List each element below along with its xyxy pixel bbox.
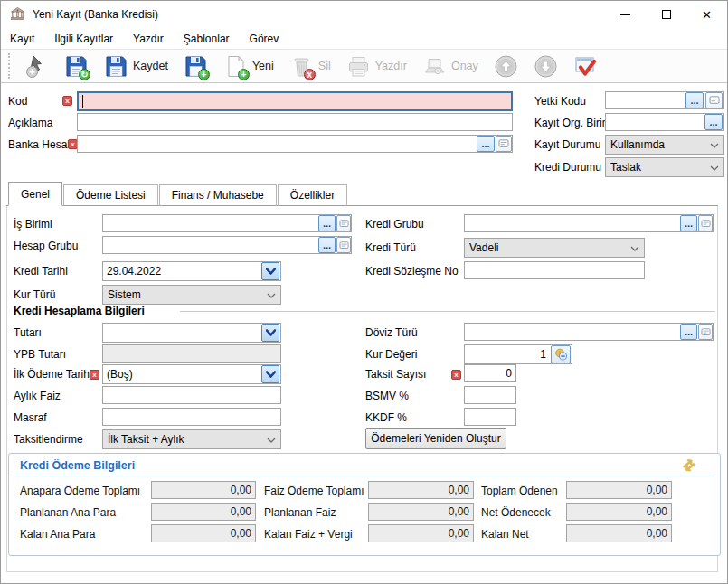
arrow-up-circle-icon xyxy=(494,54,518,79)
doviz-turu-lookup-button[interactable] xyxy=(698,324,713,340)
banka-hesabi-lookup-button[interactable] xyxy=(496,136,512,152)
kredi-durumu-select[interactable]: Taslak xyxy=(605,157,724,177)
kredi-durumu-label: Kredi Durumu xyxy=(534,161,601,174)
lookup-icon xyxy=(339,241,349,250)
save-icon xyxy=(104,54,128,79)
is-birimi-lookup-button[interactable] xyxy=(336,215,351,231)
hesap-grubu-lookup-button[interactable] xyxy=(336,237,351,253)
save-refresh-button[interactable]: ↻ xyxy=(60,52,93,80)
ilk-odeme-tarihi-required-icon: x xyxy=(90,370,99,380)
lookup-icon xyxy=(701,328,711,336)
kredi-tarihi-label: Kredi Tarihi xyxy=(14,265,68,278)
printer-icon xyxy=(346,54,371,79)
kalan-net-value xyxy=(566,524,672,542)
trash-icon: x xyxy=(289,54,314,79)
chevron-down-icon xyxy=(267,433,276,446)
rebuild-payments-button[interactable]: Ödemeleri Yeniden Oluştur xyxy=(365,428,506,449)
chevron-down-icon xyxy=(266,329,276,336)
lookup-icon xyxy=(339,220,349,228)
minimize-button[interactable] xyxy=(605,1,646,28)
masraf-label: Masraf xyxy=(14,411,47,424)
menu-gorev[interactable]: Görev xyxy=(250,33,279,45)
banka-hesabi-input[interactable] xyxy=(77,135,513,153)
taksitlendirme-select[interactable]: İlk Taksit + Aylık xyxy=(102,429,281,449)
yetki-kodu-lookup-button[interactable] xyxy=(705,92,723,108)
navigate-next-button[interactable] xyxy=(529,52,563,80)
tab-finans-muhasebe[interactable]: Finans / Muhasebe xyxy=(159,184,277,206)
close-button[interactable]: ✕ xyxy=(686,1,727,28)
toolbar-grip[interactable] xyxy=(8,53,11,79)
is-birimi-browse-button[interactable]: ... xyxy=(318,215,336,231)
net-odenecek-value xyxy=(566,503,672,521)
tutari-dropdown-button[interactable] xyxy=(261,324,279,342)
save-button-label: Kaydet xyxy=(133,60,168,72)
arrow-down-circle-icon xyxy=(534,54,558,79)
taksitlendirme-value: İlk Taksit + Aylık xyxy=(108,433,184,446)
kredi-grubu-label: Kredi Grubu xyxy=(365,218,424,231)
hesaplama-section-title: Kredi Hesaplama Bilgileri xyxy=(14,305,145,317)
hesap-grubu-browse-button[interactable]: ... xyxy=(318,237,336,253)
kredi-grubu-lookup-button[interactable] xyxy=(698,215,713,231)
navigate-previous-button[interactable] xyxy=(489,52,523,80)
ilk-odeme-tarihi-input[interactable] xyxy=(102,364,281,384)
kkdf-label: KKDF % xyxy=(365,411,407,424)
ypb-tutari-label: YPB Tutarı xyxy=(14,348,66,361)
new-document-icon: + xyxy=(223,54,248,79)
kredi-grubu-input[interactable] xyxy=(464,214,714,232)
menu-ilgili-kayitlar[interactable]: İlgili Kayıtlar xyxy=(54,33,113,45)
window-title: Yeni Kayıt (Banka Kredisi) xyxy=(33,8,158,21)
chevron-down-icon xyxy=(267,288,276,301)
menu-kayit[interactable]: Kayıt xyxy=(10,33,34,45)
kredi-turu-label: Kredi Türü xyxy=(365,241,416,254)
tab-genel[interactable]: Genel xyxy=(8,182,62,206)
kur-turu-value: Sistem xyxy=(108,288,141,301)
kredi-sozlesme-no-input[interactable] xyxy=(464,261,645,279)
kredi-turu-select[interactable]: Vadeli xyxy=(464,238,645,258)
text-caret xyxy=(82,95,83,108)
masraf-input[interactable] xyxy=(102,408,281,426)
kayit-org-birimi-browse-button[interactable]: ... xyxy=(704,114,723,130)
save-button[interactable]: Kaydet xyxy=(99,52,173,80)
kredi-grubu-browse-button[interactable]: ... xyxy=(680,215,697,231)
kayit-durumu-select[interactable]: Kullanımda xyxy=(605,135,724,155)
yetki-kodu-browse-button[interactable]: ... xyxy=(685,92,704,108)
kod-input[interactable] xyxy=(77,91,513,111)
maximize-button[interactable] xyxy=(646,1,686,28)
bsmv-label: BSMV % xyxy=(365,390,409,402)
chevron-down-icon xyxy=(266,268,276,275)
menu-yazdir[interactable]: Yazdır xyxy=(133,33,164,45)
is-birimi-label: İş Birimi xyxy=(14,218,52,231)
doviz-turu-input[interactable] xyxy=(464,323,714,341)
tab-odeme-listesi[interactable]: Ödeme Listesi xyxy=(63,184,158,206)
kkdf-input[interactable] xyxy=(464,408,516,426)
kredi-sozlesme-no-label: Kredi Sözleşme No xyxy=(365,265,459,278)
kredi-tarihi-input[interactable] xyxy=(102,261,281,281)
planlanan-faiz-value xyxy=(368,503,474,521)
new-button[interactable]: + Yeni xyxy=(219,52,279,80)
kur-degeri-rate-button[interactable] xyxy=(551,345,571,363)
confirm-window-button[interactable] xyxy=(569,52,602,80)
kredi-tarihi-dropdown-button[interactable] xyxy=(261,262,279,280)
taksit-sayisi-input[interactable] xyxy=(464,364,516,382)
menu-sablonlar[interactable]: Şablonlar xyxy=(184,33,230,45)
ilk-odeme-tarihi-dropdown-button[interactable] xyxy=(261,365,279,383)
aylik-faiz-input[interactable] xyxy=(102,386,281,404)
save-new-button[interactable]: + xyxy=(179,52,213,80)
kur-turu-select[interactable]: Sistem xyxy=(102,285,281,305)
cursor-add-icon xyxy=(24,54,49,79)
is-birimi-input[interactable] xyxy=(102,214,352,232)
banka-hesabi-browse-button[interactable]: ... xyxy=(477,136,495,152)
save-new-icon: + xyxy=(184,54,208,79)
select-add-button[interactable] xyxy=(20,52,53,80)
doviz-turu-browse-button[interactable]: ... xyxy=(680,324,697,340)
tab-ozellikler[interactable]: Özellikler xyxy=(278,184,347,206)
aciklama-input[interactable] xyxy=(77,113,513,131)
toplam-odenen-value xyxy=(566,481,672,499)
tutari-input[interactable] xyxy=(102,323,281,343)
anapara-odeme-toplami-value xyxy=(151,481,256,499)
window-check-icon xyxy=(573,54,598,79)
bank-icon xyxy=(10,6,25,24)
kayit-durumu-label: Kayıt Durumu xyxy=(534,138,600,151)
bsmv-input[interactable] xyxy=(464,386,516,404)
hesap-grubu-input[interactable] xyxy=(102,236,352,254)
